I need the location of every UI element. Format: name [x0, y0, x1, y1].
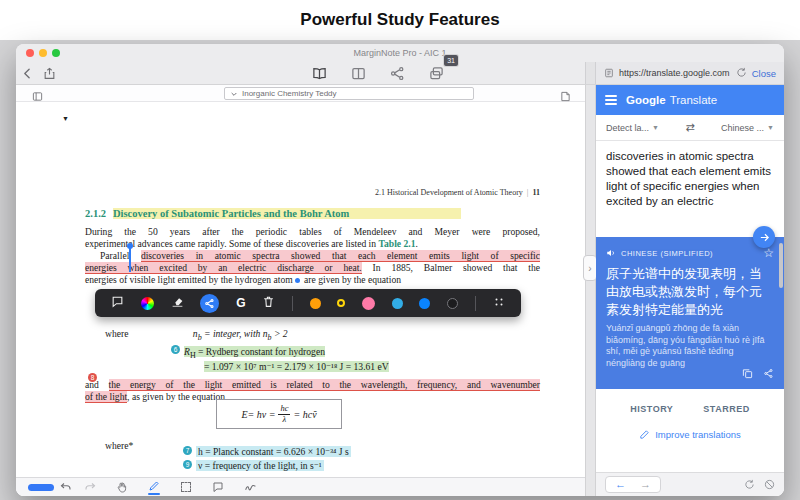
where-label: where* [105, 440, 133, 451]
toolbar-mode-switcher: 31 [308, 62, 447, 85]
color-swatch-yellow[interactable] [337, 299, 345, 307]
paragraph-line: and the energy of the light emitted is r… [85, 379, 540, 390]
star-translation-button[interactable]: ☆ [763, 246, 774, 260]
highlighted-text[interactable]: discoveries in atomic spectra showed tha… [141, 250, 540, 262]
note-index-badge[interactable]: 7 [183, 446, 192, 455]
nav-back-button[interactable]: ← [615, 478, 626, 491]
eraser-button[interactable] [171, 294, 184, 312]
note-index-badge[interactable]: 8 [88, 373, 97, 382]
minimize-window-button[interactable] [39, 49, 47, 57]
banner-title: Powerful Study Features [300, 10, 499, 30]
document-page: ▼ 2.1 Historical Development of Atomic T… [16, 102, 585, 477]
scribble-icon [244, 481, 257, 494]
color-swatch-black[interactable] [447, 298, 458, 309]
undo-button[interactable] [54, 478, 78, 497]
comment-tool-button[interactable] [206, 478, 230, 497]
toolbar-left-section: 31 [16, 62, 585, 84]
reload-button[interactable] [736, 64, 747, 82]
table-link[interactable]: Table 2.1 [378, 238, 415, 249]
color-wheel-button[interactable] [141, 297, 154, 310]
document-tab[interactable]: Inorganic Chemistry Teddy [224, 87, 474, 100]
pen-tool-button[interactable] [142, 478, 166, 497]
translate-action-button[interactable] [753, 226, 775, 248]
formula-text: nb = integer, with nb > 2 [193, 328, 288, 339]
rydberg-values-line: = 1.097 × 10⁷ m⁻¹ = 2.179 × 10⁻¹⁸ J = 13… [204, 361, 389, 372]
link-note-button[interactable] [200, 294, 219, 313]
more-options-button[interactable] [493, 294, 505, 312]
improve-translations-link[interactable]: Improve translations [596, 429, 784, 440]
where-line: where* [105, 440, 133, 451]
url-field[interactable]: https://translate.google.com [619, 68, 731, 78]
swap-languages-button[interactable]: ⇄ [685, 121, 694, 134]
highlighted-text[interactable]: = 1.097 × 10⁷ m⁻¹ = 2.179 × 10⁻¹⁸ J = 13… [204, 361, 389, 372]
block-content-button[interactable] [764, 476, 775, 494]
chevron-right-icon: › [588, 263, 591, 274]
mindmap-mode-button[interactable] [386, 63, 408, 85]
paragraph-line: experimental advances came rapidly. Some… [85, 238, 540, 249]
target-language-select[interactable]: Chinese ...▼ [721, 123, 774, 133]
note-index-badge[interactable]: 6 [171, 345, 180, 354]
highlighted-text[interactable]: the energy of the light emitted is relat… [109, 379, 540, 391]
scroll-indicator[interactable] [28, 484, 54, 491]
zoom-window-button[interactable] [52, 49, 60, 57]
split-view-button[interactable] [347, 63, 369, 85]
speaker-icon [606, 248, 616, 258]
document-mode-button[interactable] [308, 63, 330, 85]
grid-more-icon [493, 296, 505, 308]
document-tab-label: Inorganic Chemistry Teddy [242, 89, 337, 98]
highlighted-text[interactable]: ν = frequency of the light, in s⁻¹ [196, 460, 324, 471]
scribble-tool-button[interactable] [238, 478, 262, 497]
menu-button[interactable] [605, 95, 617, 105]
share-button[interactable] [38, 62, 60, 84]
close-window-button[interactable] [26, 49, 34, 57]
color-swatch-blue[interactable] [419, 298, 430, 309]
equation-where-line: where nb = integer, with nb > 2 [105, 328, 288, 342]
source-language-select[interactable]: Detect la...▼ [606, 123, 659, 133]
panel-scrollbar[interactable] [779, 243, 783, 288]
annotation-flag-icon[interactable]: ▼ [62, 115, 69, 122]
document-pane: Inorganic Chemistry Teddy ▼ 2.1 Historic… [16, 85, 585, 496]
color-swatch-teal[interactable] [392, 298, 403, 309]
comment-icon [111, 295, 124, 308]
copy-icon [742, 368, 753, 379]
comment-button[interactable] [111, 294, 124, 312]
source-text-area[interactable]: discoveries in atomic spectra showed tha… [596, 141, 784, 237]
highlighted-text[interactable]: energies when excited by an electric dis… [85, 262, 362, 274]
highlighted-text[interactable]: RH = Rydberg constant for hydrogen [184, 346, 325, 357]
close-panel-button[interactable]: Close [752, 68, 776, 79]
copy-translation-button[interactable] [742, 365, 753, 383]
rydberg-line: RH = Rydberg constant for hydrogen [184, 346, 325, 360]
expand-panel-button[interactable]: › [583, 255, 597, 281]
color-swatch-pink[interactable] [362, 297, 375, 310]
highlighted-text[interactable]: h = Planck constant = 6.626 × 10⁻³⁴ J s [196, 446, 351, 457]
footer-tabs: HISTORY STARRED [596, 389, 784, 414]
pan-tool-button[interactable] [110, 478, 134, 497]
open-book-icon [312, 66, 327, 81]
history-tab[interactable]: HISTORY [630, 404, 673, 414]
flashcards-mode-button[interactable]: 31 [425, 63, 447, 85]
marquee-select-button[interactable] [174, 478, 198, 497]
listen-button[interactable] [606, 244, 616, 262]
body-text: are given by the equation [302, 274, 401, 285]
source-language-label: Detect la... [606, 123, 649, 133]
pane-divider[interactable]: › [585, 85, 596, 496]
result-header: CHINESE (SIMPLIFIED) ☆ [606, 244, 774, 262]
selection-start-handle[interactable] [129, 248, 131, 272]
color-swatch-orange[interactable] [310, 298, 321, 309]
starred-tab[interactable]: STARRED [703, 404, 749, 414]
nav-forward-button[interactable]: → [640, 478, 651, 491]
highlighted-text[interactable]: of the light [85, 391, 127, 403]
google-search-button[interactable]: G [236, 296, 245, 310]
redo-button[interactable] [78, 478, 102, 497]
trash-icon [262, 295, 275, 308]
back-button[interactable] [16, 62, 38, 84]
selection-end-handle[interactable] [295, 278, 300, 283]
delete-button[interactable] [262, 294, 275, 312]
selected-equation[interactable]: E = hν = hcλ = hcṽ [216, 399, 342, 429]
refresh-page-button[interactable] [744, 476, 755, 494]
google-translate-header: GoogleTranslate [596, 85, 784, 115]
header-separator: | [523, 188, 533, 197]
share-translation-button[interactable] [763, 365, 774, 383]
note-index-badge[interactable]: 9 [183, 460, 192, 469]
redo-icon [84, 481, 96, 493]
